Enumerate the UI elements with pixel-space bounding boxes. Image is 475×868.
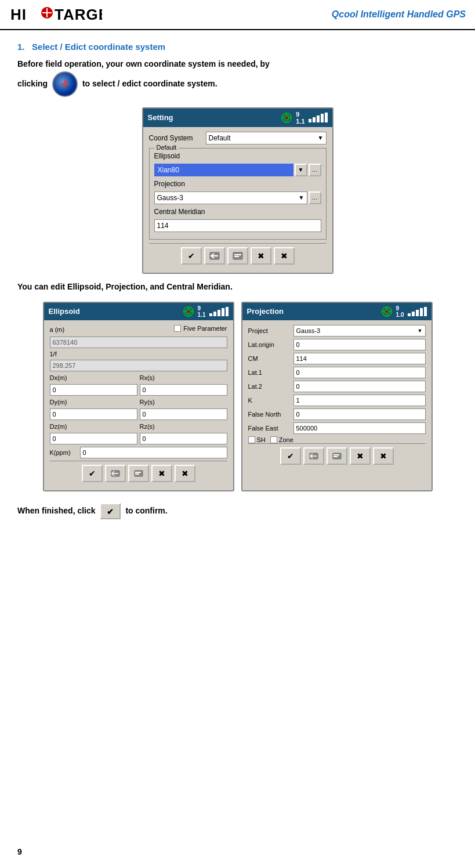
ellipsoid-f-row: 1/f — [50, 350, 227, 357]
svg-rect-39 — [333, 454, 339, 455]
ry-input-item — [140, 408, 227, 420]
default-group-box: Default Ellipsoid Xian80 ▼ — [149, 148, 327, 240]
lat1-input[interactable] — [293, 367, 426, 378]
lat2-input[interactable] — [293, 381, 426, 392]
rz-input[interactable] — [140, 433, 227, 444]
body-text-clicking: clicking — [17, 79, 48, 88]
ellipsoid-cancel-btn[interactable]: ✖ — [151, 465, 172, 482]
ellipsoid-select[interactable]: Xian80 — [154, 164, 293, 176]
central-meridian-row: Central Meridian — [154, 208, 321, 216]
gps-button-icon — [52, 71, 78, 97]
dx-input-item — [50, 384, 137, 396]
projection-section: Projection Gauss-3 ▼ … — [154, 180, 321, 204]
battery-bar-3 — [317, 115, 320, 122]
select-icon-inline — [52, 71, 78, 97]
toolbar-ok-btn[interactable]: ✔ — [181, 247, 202, 265]
zone-checkbox-item: Zone — [270, 436, 293, 443]
project-label: Project — [248, 327, 290, 334]
projection-back-btn[interactable] — [303, 447, 324, 465]
ellipsoid-f-input[interactable] — [50, 360, 227, 371]
dz-label: Dz(m) — [50, 423, 67, 430]
coord-system-row: Coord System Default ▼ — [149, 132, 327, 144]
false-north-row: False North — [248, 408, 426, 420]
toolbar-close-btn[interactable]: ✖ — [274, 247, 295, 265]
lat-origin-row: Lat.origin — [248, 339, 426, 350]
dy-ry-input-row — [50, 408, 227, 420]
dx-label-item: Dx(m) — [50, 374, 137, 382]
five-param-label: Five Parameter — [183, 325, 227, 332]
ellipsoid-f-label: 1/f — [50, 350, 78, 357]
setting-title-bar: Setting 91.1 — [143, 108, 332, 127]
ellipsoid-signal-text: 91.1 — [198, 305, 206, 318]
projection-battery — [408, 307, 427, 316]
ellipsoid-dropdown-btn[interactable]: ▼ — [295, 164, 307, 176]
lat-origin-input[interactable] — [293, 339, 426, 350]
k-ppm-input[interactable] — [80, 447, 227, 458]
dz-rz-input-row — [50, 433, 227, 444]
cm-row: CM — [248, 353, 426, 364]
central-meridian-input[interactable] — [154, 219, 321, 232]
main-content: 1. Select / Edict coordinate system Befo… — [0, 30, 475, 537]
zone-checkbox[interactable] — [270, 436, 277, 443]
svg-rect-27 — [135, 472, 141, 473]
dx-rx-input-row — [50, 384, 227, 396]
svg-rect-16 — [234, 256, 239, 257]
dz-input[interactable] — [50, 433, 137, 444]
ry-input[interactable] — [140, 408, 227, 420]
projection-close-btn[interactable]: ✖ — [373, 447, 394, 465]
projection-ok-btn[interactable]: ✔ — [280, 447, 301, 465]
projection-edit-btn[interactable]: … — [309, 191, 321, 204]
ellipsoid-select-group: Xian80 ▼ … — [154, 164, 321, 176]
ellipsoid-a-input[interactable] — [50, 337, 227, 348]
dy-input[interactable] — [50, 408, 137, 420]
k-proj-input[interactable] — [293, 395, 426, 406]
lat2-label: Lat.2 — [248, 383, 290, 390]
gps-signal-icon — [281, 112, 292, 124]
false-east-input[interactable] — [293, 422, 426, 434]
battery-bar-5 — [325, 113, 328, 122]
ellipsoid-edit-btn[interactable] — [128, 465, 149, 482]
false-north-label: False North — [248, 411, 290, 418]
bottom-text-2: to confirm. — [125, 506, 167, 515]
ellipsoid-back-btn[interactable] — [105, 465, 126, 482]
zone-label: Zone — [279, 436, 293, 443]
rx-label: Rx(s) — [140, 374, 155, 381]
ellipsoid-gps-icon — [183, 306, 194, 317]
coord-system-arrow: ▼ — [318, 135, 324, 141]
rx-input[interactable] — [140, 384, 227, 396]
step-number: 1. — [17, 42, 25, 52]
svg-text:TARGET: TARGET — [55, 6, 102, 23]
dx-input[interactable] — [50, 384, 137, 396]
cm-input[interactable] — [293, 353, 426, 364]
coord-system-select[interactable]: Default ▼ — [206, 132, 327, 144]
dz-label-item: Dz(m) — [50, 422, 137, 431]
rz-label-item: Rz(s) — [140, 422, 227, 431]
k-proj-label: K — [248, 397, 290, 404]
sh-checkbox[interactable] — [248, 436, 255, 443]
toolbar-back-btn[interactable] — [204, 247, 225, 265]
ellipsoid-edit-btn[interactable]: … — [309, 164, 321, 176]
coord-system-label: Coord System — [149, 134, 201, 142]
false-east-row: False East — [248, 422, 426, 434]
svg-text:HI: HI — [10, 6, 27, 23]
k-ppm-label-row: K(ppm) — [50, 447, 227, 458]
dy-label: Dy(m) — [50, 399, 67, 406]
svg-point-11 — [285, 117, 288, 119]
two-panels-container: Ellipsoid 91.1 — [17, 302, 458, 491]
projection-value: Gauss-3 — [157, 194, 183, 202]
ellipsoid-close-btn[interactable]: ✖ — [175, 465, 195, 482]
cm-label: CM — [248, 355, 290, 362]
ellipsoid-ok-btn[interactable]: ✔ — [82, 465, 103, 482]
projection-signal-text: 91.0 — [396, 305, 404, 318]
toolbar-edit-btn[interactable] — [227, 247, 248, 265]
false-north-input[interactable] — [293, 408, 426, 420]
lat1-row: Lat.1 — [248, 367, 426, 378]
ry-label-item: Ry(s) — [140, 398, 227, 406]
toolbar-cancel-btn[interactable]: ✖ — [251, 247, 271, 265]
five-param-checkbox[interactable] — [174, 325, 181, 332]
projection-cancel-btn[interactable]: ✖ — [350, 447, 371, 465]
dz-input-item — [50, 433, 137, 444]
projection-edit-btn[interactable] — [327, 447, 347, 465]
project-select[interactable]: Gauss-3 ▼ — [293, 325, 426, 337]
projection-select[interactable]: Gauss-3 ▼ — [154, 191, 307, 204]
